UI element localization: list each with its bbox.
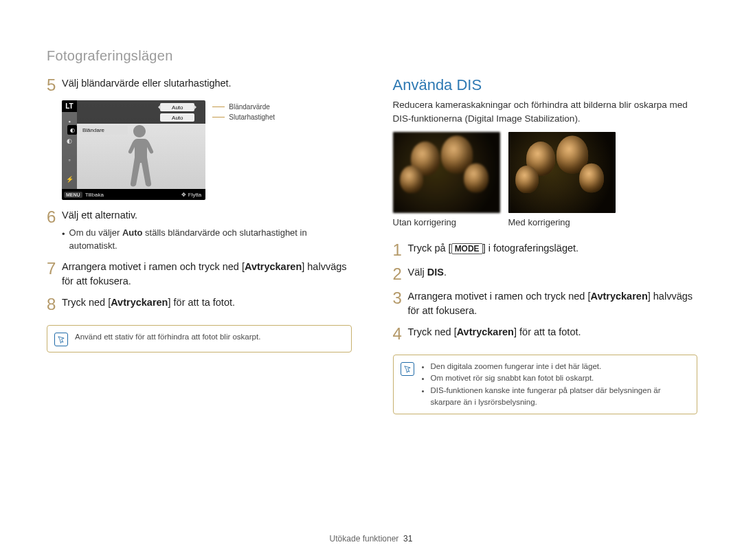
step-4: 4 Tryck ned [Avtryckaren] för att ta fot… [393,325,698,342]
page-number: 31 [403,534,412,544]
step-text: Tryck ned [Avtryckaren] för att ta fotot… [408,325,581,339]
left-column: 5 Välj bländarvärde eller slutarhastighe… [47,76,352,414]
caption-after: Med korrigering [508,217,616,227]
image-before [393,132,500,213]
right-steps: 1 Tryck på [MODE] i fotograferingsläget.… [393,241,698,342]
camera-callouts: Bländarvärde Slutarhastighet [205,100,275,200]
step-number: 7 [47,260,62,277]
camera-screen: LT ▪ ◐ ▫ ⚡ Auto Auto ◐ Bländare [62,100,205,200]
note-item: DIS-funktionen kanske inte fungerar på p… [431,385,690,409]
left-steps: 5 Välj bländarvärde eller slutarhastighe… [47,76,352,313]
step-7: 7 Arrangera motivet i ramen och tryck ne… [47,260,352,289]
step-text: Välj ett alternativ. • Om du väljer Auto… [62,208,352,253]
move-label: ✥ Flytta [181,192,202,198]
step-number: 3 [393,290,408,306]
aperture-row-label: Bländare [80,126,128,135]
step-6: 6 Välj ett alternativ. • Om du väljer Au… [47,208,352,253]
step-text: Välj DIS. [408,265,447,280]
page-footer: Utökade funktioner 31 [0,534,742,544]
right-column: Använda DIS Reducera kameraskakningar oc… [393,76,698,414]
aperture-row-icon: ◐ [67,125,77,135]
manual-page: Fotograferingslägen 5 Välj bländarvärde … [0,0,742,560]
mode-badge: LT [62,100,77,112]
note-item: Om motivet rör sig snabbt kan fotot bli … [431,372,690,384]
step-text: Arrangera motivet i ramen och tryck ned … [62,260,352,289]
step-2: 2 Välj DIS. [393,265,698,282]
step-number: 2 [393,266,408,282]
camera-ui-mock: LT ▪ ◐ ▫ ⚡ Auto Auto ◐ Bländare [62,100,275,200]
step-number: 5 [47,77,62,93]
menu-button-label: MENU [64,192,82,198]
aperture-value-pill: Auto [160,103,194,111]
right-intro: Reducera kameraskakningar och förhindra … [393,98,698,125]
shutter-value-pill: Auto [160,113,194,122]
step-text: Välj bländarvärde eller slutarhastighet. [62,76,232,91]
dis-note: Den digitala zoomen fungerar inte i det … [393,355,698,414]
note-icon [54,333,68,346]
step-number: 6 [47,209,62,225]
aperture-callout: Bländarvärde [229,103,269,111]
mode-key: MODE [451,243,483,254]
metering-icon: ▫ [62,150,77,170]
section-header: Fotograferingslägen [47,48,697,64]
tripod-note: Använd ett stativ för att förhindra att … [47,325,352,352]
subject-silhouette [122,124,157,189]
footer-label: Utökade funktioner [330,534,399,544]
content-columns: 5 Välj bländarvärde eller slutarhastighe… [47,76,697,414]
step-number: 1 [393,242,408,258]
step-3: 3 Arrangera motivet i ramen och tryck ne… [393,289,698,318]
comparison-captions: Utan korrigering Med korrigering [393,217,698,227]
flash-off-icon: ⚡ [62,170,77,189]
note-icon [401,362,414,376]
step-1: 1 Tryck på [MODE] i fotograferingsläget. [393,241,698,258]
step-5: 5 Välj bländarvärde eller slutarhastighe… [47,76,352,93]
step-8: 8 Tryck ned [Avtryckaren] för att ta fot… [47,295,352,313]
note-list: Den digitala zoomen fungerar inte i det … [421,361,690,408]
image-after [508,132,616,213]
camera-footer: MENU Tillbaka ✥ Flytta [62,189,205,200]
back-label: Tillbaka [85,192,104,198]
step-number: 8 [47,296,62,313]
step-text: Tryck ned [Avtryckaren] för att ta fotot… [62,295,235,310]
dpad-icon: ✥ [181,192,186,198]
camera-left-icons: LT ▪ ◐ ▫ ⚡ [62,100,77,189]
camera-top-band: Auto Auto [77,100,205,124]
step-text: Tryck på [MODE] i fotograferingsläget. [408,241,579,256]
shutter-callout: Slutarhastighet [229,113,275,121]
comparison-images [393,132,698,213]
step-text: Arrangera motivet i ramen och tryck ned … [408,289,698,318]
note-item: Den digitala zoomen fungerar inte i det … [431,361,690,372]
right-heading: Använda DIS [393,76,698,94]
step-number: 4 [393,326,408,342]
caption-before: Utan korrigering [393,217,500,227]
note-text: Använd ett stativ för att förhindra att … [75,331,260,346]
bullet-icon: • [62,228,65,253]
